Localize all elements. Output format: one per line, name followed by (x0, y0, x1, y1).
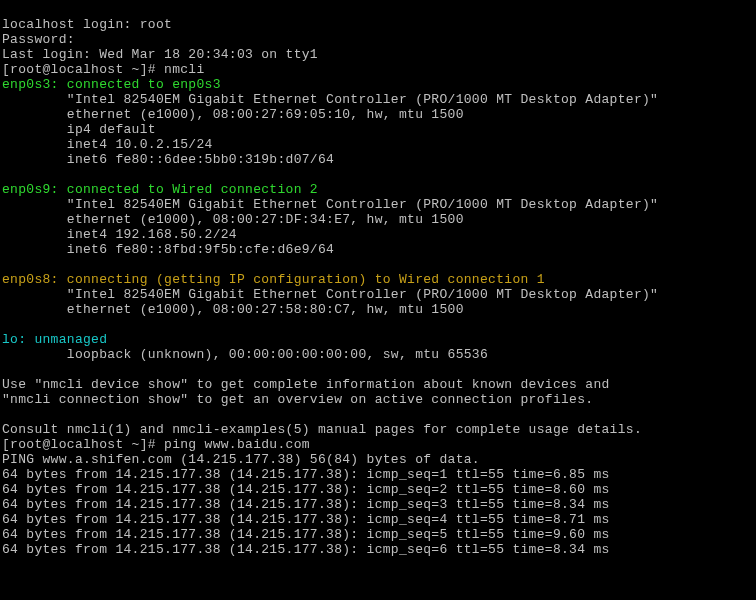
ping-reply-3: 64 bytes from 14.215.177.38 (14.215.177.… (2, 497, 610, 512)
iface-enp0s3-mac: ethernet (e1000), 08:00:27:69:05:10, hw,… (2, 107, 464, 122)
blank-line (2, 257, 10, 272)
ping-reply-4: 64 bytes from 14.215.177.38 (14.215.177.… (2, 512, 610, 527)
ping-header: PING www.a.shifen.com (14.215.177.38) 56… (2, 452, 480, 467)
iface-enp0s8-desc: "Intel 82540EM Gigabit Ethernet Controll… (2, 287, 658, 302)
info-line-2: "nmcli connection show" to get an overvi… (2, 392, 593, 407)
prompt-ping: [root@localhost ~]# ping www.baidu.com (2, 437, 310, 452)
login-line: localhost login: root (2, 17, 172, 32)
blank-line (2, 362, 10, 377)
blank-line (2, 317, 10, 332)
iface-enp0s3-header: enp0s3: connected to enp0s3 (2, 77, 221, 92)
prompt-nmcli: [root@localhost ~]# nmcli (2, 62, 205, 77)
iface-enp0s8-mac: ethernet (e1000), 08:00:27:58:80:C7, hw,… (2, 302, 464, 317)
ping-reply-5: 64 bytes from 14.215.177.38 (14.215.177.… (2, 527, 610, 542)
blank-line (2, 407, 10, 422)
iface-enp0s3-desc: "Intel 82540EM Gigabit Ethernet Controll… (2, 92, 658, 107)
info-line-1: Use "nmcli device show" to get complete … (2, 377, 610, 392)
ping-reply-2: 64 bytes from 14.215.177.38 (14.215.177.… (2, 482, 610, 497)
iface-enp0s3-inet6: inet6 fe80::6dee:5bb0:319b:d07/64 (2, 152, 334, 167)
info-line-3: Consult nmcli(1) and nmcli-examples(5) m… (2, 422, 642, 437)
password-line: Password: (2, 32, 75, 47)
iface-enp0s3-inet4: inet4 10.0.2.15/24 (2, 137, 213, 152)
iface-enp0s3-default: ip4 default (2, 122, 156, 137)
terminal-screen[interactable]: localhost login: root Password: Last log… (0, 0, 756, 559)
iface-lo-desc: loopback (unknown), 00:00:00:00:00:00, s… (2, 347, 488, 362)
iface-enp0s9-inet6: inet6 fe80::8fbd:9f5b:cfe:d6e9/64 (2, 242, 334, 257)
iface-enp0s8-header: enp0s8: connecting (getting IP configura… (2, 272, 545, 287)
ping-reply-1: 64 bytes from 14.215.177.38 (14.215.177.… (2, 467, 610, 482)
iface-enp0s9-mac: ethernet (e1000), 08:00:27:DF:34:E7, hw,… (2, 212, 464, 227)
iface-enp0s9-header: enp0s9: connected to Wired connection 2 (2, 182, 318, 197)
last-login-line: Last login: Wed Mar 18 20:34:03 on tty1 (2, 47, 318, 62)
blank-line (2, 167, 10, 182)
iface-enp0s9-desc: "Intel 82540EM Gigabit Ethernet Controll… (2, 197, 658, 212)
ping-reply-6: 64 bytes from 14.215.177.38 (14.215.177.… (2, 542, 610, 557)
iface-lo-header: lo: unmanaged (2, 332, 107, 347)
iface-enp0s9-inet4: inet4 192.168.50.2/24 (2, 227, 237, 242)
